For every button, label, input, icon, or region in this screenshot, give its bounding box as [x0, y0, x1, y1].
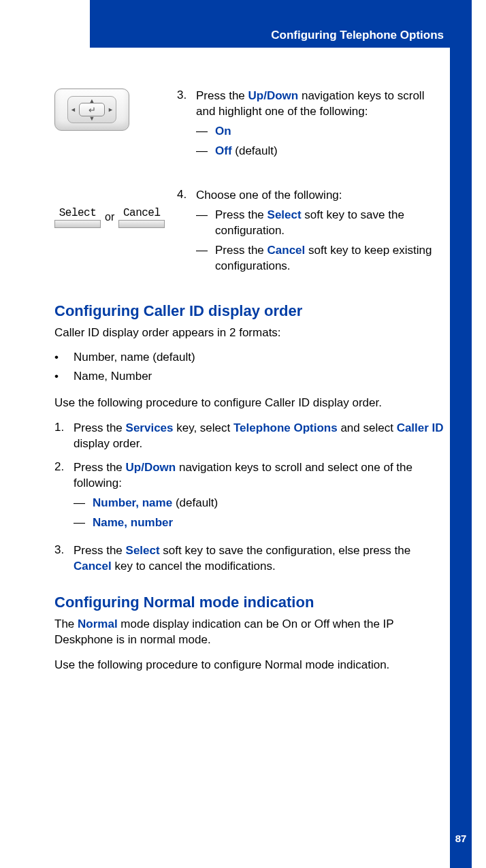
- dash: —: [196, 124, 215, 140]
- step-3-number: 3.: [177, 89, 196, 163]
- t: key, select: [174, 421, 234, 434]
- right-blue-strip: [450, 0, 472, 868]
- t: Press the: [196, 89, 248, 102]
- t: The: [54, 617, 78, 630]
- t: Press the: [215, 208, 268, 221]
- opt-number-name: — Number, name (default): [74, 496, 446, 511]
- stxt: Press the Cancel soft key to keep existi…: [215, 243, 446, 274]
- stxt: Press the Select soft key to save the co…: [215, 208, 446, 239]
- t: Press the: [74, 461, 126, 474]
- updown-key: Up/Down: [248, 89, 299, 102]
- bullet-text: Number, name (default): [74, 351, 446, 364]
- step-4-body: Choose one of the following: — Press the…: [196, 188, 446, 278]
- step-3-item: 3. Press the Up/Down navigation keys to …: [177, 89, 446, 163]
- softkey-group: Select or Cancel: [54, 207, 170, 228]
- t: Choose one of the following:: [196, 189, 342, 202]
- bullet-number-name: • Number, name (default): [54, 351, 446, 364]
- t: Press the: [74, 544, 126, 557]
- opt-name-number: — Name, number: [74, 515, 446, 531]
- right-arrow-icon: ►: [108, 106, 114, 113]
- telephone-options-key: Telephone Options: [233, 421, 338, 434]
- step-3-opt-on: — On: [196, 124, 446, 140]
- suffix: (default): [172, 496, 218, 509]
- off-option: Off: [215, 144, 232, 157]
- step-4-sub-select: — Press the Select soft key to save the …: [196, 208, 446, 239]
- callerid-proc-list: 1. Press the Services key, select Teleph…: [54, 421, 446, 575]
- callerid-intro: Caller ID display order appears in 2 for…: [54, 325, 446, 341]
- step-4-item: 4. Choose one of the following: — Press …: [177, 188, 446, 278]
- step-4-number: 4.: [177, 188, 196, 278]
- dash: —: [74, 496, 93, 511]
- t: Press the: [215, 244, 268, 257]
- dash: —: [196, 243, 215, 274]
- t: Press the Select soft key to save the co…: [74, 543, 446, 575]
- normal-proc-intro: Use the following procedure to configure…: [54, 658, 446, 673]
- bullet-text: Name, Number: [74, 370, 446, 383]
- t: Press the Up/Down navigation keys to scr…: [74, 460, 446, 535]
- step-3-row: ▲ ▼ ◄ ► ↵ 3. Press the Up/Down navigatio…: [54, 89, 446, 169]
- t: soft key to save the configuration, else…: [160, 544, 411, 557]
- softkey-bar: [118, 220, 165, 228]
- left-arrow-icon: ◄: [70, 106, 76, 113]
- t: and select: [338, 421, 397, 434]
- number-name-option: Number, name: [93, 496, 172, 509]
- enter-key-icon: ↵: [79, 103, 105, 116]
- normal-intro: The Normal mode display indication can b…: [54, 617, 446, 648]
- page-number-box: 87: [450, 827, 472, 849]
- t: key to cancel the modifications.: [112, 560, 276, 573]
- select-key: Select: [126, 544, 160, 557]
- callerid-proc-intro: Use the following procedure to configure…: [54, 396, 446, 411]
- select-softkey-icon: Select: [54, 207, 101, 228]
- dash: —: [196, 144, 215, 159]
- bullet-name-number: • Name, Number: [54, 370, 446, 383]
- dash: —: [196, 208, 215, 239]
- select-softkey-label: Select: [54, 207, 101, 219]
- section-heading-normal: Configuring Normal mode indication: [54, 594, 446, 611]
- step-3-graphic: ▲ ▼ ◄ ► ↵: [54, 89, 177, 169]
- page-number: 87: [455, 833, 467, 844]
- t: display order.: [74, 437, 142, 450]
- off-suffix: (default): [232, 144, 278, 157]
- step-3-text: 3. Press the Up/Down navigation keys to …: [177, 89, 446, 169]
- cancel-key: Cancel: [74, 560, 112, 573]
- up-arrow-icon: ▲: [89, 97, 95, 104]
- step-4-row: Select or Cancel 4. Choose one of the fo…: [54, 188, 446, 284]
- bullet: •: [54, 351, 74, 364]
- proc-step-2: 2. Press the Up/Down navigation keys to …: [54, 460, 446, 535]
- t: Press the Services key, select Telephone…: [74, 421, 446, 452]
- cancel-softkey-label: Cancel: [118, 207, 165, 219]
- t: Press the: [74, 421, 126, 434]
- or-text: or: [105, 211, 114, 223]
- dash: —: [74, 515, 93, 531]
- nav-inner: ▲ ▼ ◄ ► ↵: [67, 96, 116, 123]
- step-3-opt-off: — Off (default): [196, 144, 446, 159]
- step-3-body: Press the Up/Down navigation keys to scr…: [196, 89, 446, 163]
- name-number-option: Name, number: [93, 516, 173, 529]
- step-4-text: 4. Choose one of the following: — Press …: [177, 188, 446, 284]
- step-4-graphic: Select or Cancel: [54, 188, 177, 284]
- step-4-sub-cancel: — Press the Cancel soft key to keep exis…: [196, 243, 446, 274]
- proc-step-3: 3. Press the Select soft key to save the…: [54, 543, 446, 575]
- n: 3.: [54, 543, 74, 575]
- down-arrow-icon: ▼: [89, 115, 95, 122]
- on-option: On: [215, 125, 231, 138]
- cancel-key: Cancel: [268, 244, 306, 257]
- services-key: Services: [126, 421, 174, 434]
- softkey-bar: [54, 220, 101, 228]
- bullet: •: [54, 370, 74, 383]
- nav-cluster-icon: ▲ ▼ ◄ ► ↵: [54, 89, 129, 131]
- cancel-softkey-icon: Cancel: [118, 207, 165, 228]
- updown-key: Up/Down: [126, 461, 176, 474]
- n: 1.: [54, 421, 74, 452]
- header-title: Configuring Telephone Options: [271, 29, 444, 42]
- normal-key: Normal: [78, 617, 118, 630]
- proc-step-1: 1. Press the Services key, select Teleph…: [54, 421, 446, 452]
- select-key: Select: [268, 208, 302, 221]
- callerid-key: Caller ID: [397, 421, 444, 434]
- section-heading-callerid: Configuring Caller ID display order: [54, 302, 446, 320]
- n: 2.: [54, 460, 74, 535]
- page-content: ▲ ▼ ◄ ► ↵ 3. Press the Up/Down navigatio…: [54, 89, 446, 683]
